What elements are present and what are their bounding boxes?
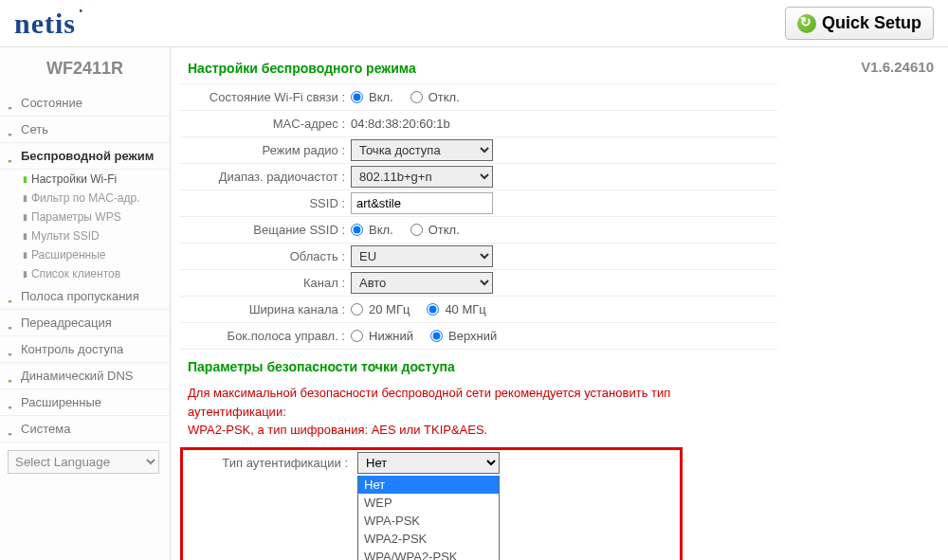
bullet-icon: ▮	[23, 212, 27, 222]
radio-input[interactable]	[351, 303, 363, 316]
radio-label: Нижний	[369, 329, 413, 343]
radio-label: Откл.	[428, 223, 460, 237]
label-ssid: SSID :	[180, 196, 351, 210]
nav-label: Состояние	[21, 96, 82, 110]
nav-bandwidth[interactable]: Полоса пропускания	[0, 283, 170, 310]
radio-label: Верхний	[448, 329, 497, 343]
bullet-icon	[8, 126, 15, 134]
mac-value: 04:8d:38:20:60:1b	[351, 117, 450, 131]
bullet-icon	[8, 399, 15, 406]
nav-advanced[interactable]: Расширенные	[0, 389, 170, 416]
nav-access-control[interactable]: Контроль доступа	[0, 336, 170, 363]
label-radio-mode: Режим радио :	[180, 143, 351, 157]
nav-label: Беспроводной режим	[21, 149, 154, 163]
band-select[interactable]: 802.11b+g+n	[351, 166, 493, 188]
radio-input[interactable]	[410, 224, 423, 236]
bullet-icon	[8, 153, 15, 160]
subnav-label: Фильтр по MAC-адр.	[31, 191, 140, 205]
subnav-wps[interactable]: ▮Параметры WPS	[19, 208, 170, 226]
bullet-icon: ▮	[23, 250, 27, 260]
nav-label: Контроль доступа	[21, 342, 123, 356]
page-title: Настройки беспроводного режима	[180, 47, 777, 83]
subnav-multi-ssid[interactable]: ▮Мульти SSID	[19, 226, 170, 245]
subnav-label: Список клиентов	[31, 267, 120, 280]
auth-option-wpa2-psk[interactable]: WPA2-PSK	[358, 530, 499, 548]
ssid-input[interactable]	[351, 192, 493, 214]
model-label: WF2411R	[0, 47, 170, 90]
nav-label: Система	[21, 422, 70, 436]
radio-broadcast-off[interactable]: Откл.	[410, 223, 460, 237]
security-warning: Для максимальной безопасности беспроводн…	[180, 380, 777, 443]
radio-label: Вкл.	[369, 223, 393, 237]
bullet-icon	[8, 372, 15, 380]
label-broadcast: Вещание SSID :	[180, 223, 351, 237]
nav-status[interactable]: Состояние	[0, 90, 170, 117]
bullet-icon: ▮	[23, 174, 27, 184]
sidebar: WF2411R Состояние Сеть Беспроводной режи…	[0, 47, 171, 560]
nav-wireless[interactable]: Беспроводной режим	[0, 143, 170, 170]
nav-forwarding[interactable]: Переадресация	[0, 310, 170, 336]
subnav-mac-filter[interactable]: ▮Фильтр по MAC-адр.	[19, 189, 170, 208]
radio-input[interactable]	[427, 303, 439, 316]
radio-width-20[interactable]: 20 МГц	[351, 302, 410, 316]
radio-label: 20 МГц	[369, 302, 410, 316]
language-select[interactable]: Select Language	[8, 450, 159, 474]
nav-label: Расширенные	[21, 395, 101, 409]
radio-wifi-on[interactable]: Вкл.	[351, 90, 393, 104]
bullet-icon	[8, 99, 15, 107]
auth-option-wpa-wpa2-psk[interactable]: WPA/WPA2-PSK	[358, 548, 499, 561]
radio-label: 40 МГц	[445, 302, 485, 316]
quick-setup-label: Quick Setup	[822, 13, 921, 33]
logo: netis	[14, 8, 76, 40]
radio-input[interactable]	[410, 91, 423, 103]
auth-option-wep[interactable]: WEP	[358, 494, 499, 512]
bullet-icon: ▮	[23, 193, 27, 203]
radio-sideband-lower[interactable]: Нижний	[351, 329, 413, 343]
nav-label: Переадресация	[21, 316, 112, 330]
subnav-label: Настройки Wi-Fi	[31, 172, 117, 186]
radio-sideband-upper[interactable]: Верхний	[430, 329, 497, 343]
subnav-advanced[interactable]: ▮Расширенные	[19, 245, 170, 264]
radio-input[interactable]	[351, 224, 363, 236]
label-region: Область :	[180, 249, 351, 263]
quick-setup-button[interactable]: Quick Setup	[785, 7, 934, 40]
nav-ddns[interactable]: Динамический DNS	[0, 363, 170, 389]
channel-select[interactable]: Авто	[351, 272, 493, 294]
auth-highlight-box: Тип аутентификации : Нет Нет WEP WPA-PSK…	[180, 447, 683, 561]
subnav-wifi-settings[interactable]: ▮Настройки Wi-Fi	[19, 170, 170, 189]
auth-option-wpa-psk[interactable]: WPA-PSK	[358, 512, 499, 530]
subnav-client-list[interactable]: ▮Список клиентов	[19, 264, 170, 283]
firmware-version: V1.6.24610	[787, 47, 948, 560]
nav-label: Динамический DNS	[21, 369, 133, 383]
warning-line2: WPA2-PSK, а тип шифрования: AES или TKIP…	[188, 423, 487, 437]
main-content: Настройки беспроводного режима Состояние…	[171, 47, 787, 560]
bullet-icon	[8, 319, 15, 327]
auth-dropdown-list[interactable]: Нет WEP WPA-PSK WPA2-PSK WPA/WPA2-PSK	[357, 476, 500, 561]
region-select[interactable]: EU	[351, 245, 493, 267]
radio-mode-select[interactable]: Точка доступа	[351, 139, 493, 161]
radio-wifi-off[interactable]: Откл.	[410, 90, 460, 104]
bullet-icon	[8, 293, 15, 300]
nav-system[interactable]: Система	[0, 416, 170, 443]
label-band: Диапаз. радиочастот :	[180, 170, 351, 184]
radio-label: Вкл.	[369, 90, 393, 104]
radio-input[interactable]	[430, 330, 443, 342]
label-mac: MAC-адрес :	[180, 117, 351, 131]
radio-input[interactable]	[351, 91, 363, 103]
label-width: Ширина канала :	[180, 302, 351, 316]
nav-network[interactable]: Сеть	[0, 117, 170, 143]
radio-input[interactable]	[351, 330, 363, 342]
bullet-icon	[8, 346, 15, 353]
label-channel: Канал :	[180, 276, 351, 290]
subnav-label: Параметры WPS	[31, 210, 121, 224]
auth-option-none[interactable]: Нет	[358, 476, 499, 494]
label-auth-type: Тип аутентификации :	[183, 456, 354, 470]
radio-broadcast-on[interactable]: Вкл.	[351, 223, 393, 237]
radio-label: Откл.	[428, 90, 460, 104]
subnav-label: Расширенные	[31, 248, 106, 262]
auth-type-select[interactable]: Нет	[357, 452, 500, 474]
label-wifi-state: Состояние Wi-Fi связи :	[180, 90, 351, 104]
radio-width-40[interactable]: 40 МГц	[427, 302, 485, 316]
refresh-icon	[797, 14, 816, 33]
subnav-label: Мульти SSID	[31, 229, 100, 243]
